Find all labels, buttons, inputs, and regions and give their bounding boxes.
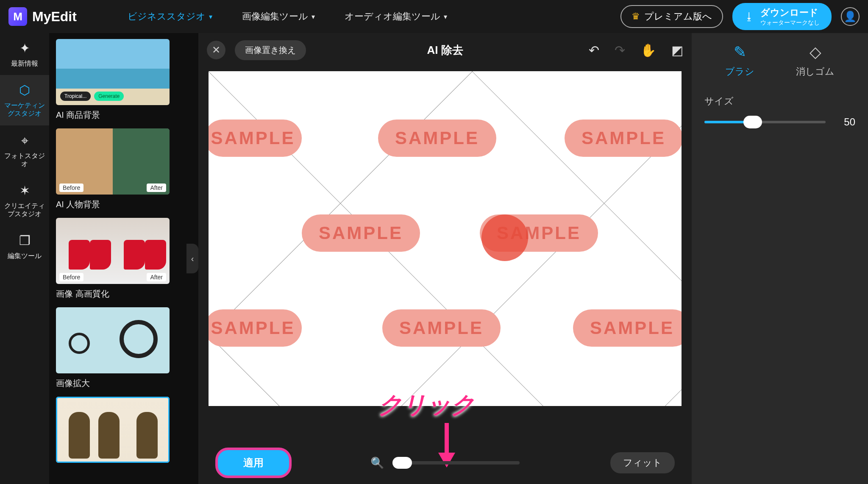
logo-mark-icon: M [8,7,27,26]
close-icon: ✕ [212,44,220,56]
chevron-down-icon: ▾ [444,13,447,21]
before-tag: Before [59,184,83,192]
brush-mode[interactable]: ✎ ブラシ [725,43,754,78]
left-rail: ✦ 最新情報 ⬡ マーケティングスタジオ ⌖ フォトスタジオ ✶ クリエイティブ… [0,33,49,484]
crown-icon: ♛ [632,11,640,22]
thumb-image: Before After [56,218,170,284]
download-main-label: ダウンロード [760,6,820,19]
thumb-image: Before After [56,128,170,195]
rail-photo-label: フォトスタジオ [3,152,47,168]
focus-icon: ⌖ [21,133,28,148]
tool-mode-row: ✎ ブラシ ◇ 消しゴム [704,43,855,78]
search-icon[interactable]: 🔍 [370,456,384,470]
nav-image-tools[interactable]: 画像編集ツール ▾ [242,10,315,23]
rail-edit-label: 編集ツール [8,252,42,260]
tool-thumbnail-panel: Tropical... Generate AI 商品背景 Before Afte… [49,33,186,484]
redo-button[interactable]: ↷ [615,43,625,58]
close-button[interactable]: ✕ [207,41,225,59]
rail-creative-label: クリエイティブスタジオ [3,202,47,218]
download-icon: ⭳ [744,11,754,22]
user-avatar[interactable]: 👤 [841,7,860,26]
canvas-toolbar: ✕ 画像置き換え AI 除去 ↶ ↷ ✋ ◩ [198,33,692,67]
brush-label: ブラシ [725,65,754,78]
brush-stroke: SAMPLE [209,120,302,157]
undo-button[interactable]: ↶ [589,43,599,58]
canvas-title: AI 除去 [427,43,463,58]
premium-button[interactable]: ♛ プレミアム版へ [620,5,723,28]
rail-news-label: 最新情報 [11,59,38,67]
apply-button[interactable]: 適用 [215,448,292,478]
size-slider-thumb[interactable] [743,116,762,128]
brush-cursor [481,214,528,261]
thumb-label: AI 商品背景 [56,109,180,121]
thumb-label: AI 人物背景 [56,199,180,210]
before-tag: Before [59,273,83,281]
badge-generate: Generate [94,92,124,101]
tool-ai-product-bg[interactable]: Tropical... Generate AI 商品背景 [56,39,180,121]
header-right: ♛ プレミアム版へ ⭳ ダウンロード ウォーターマークなし 👤 [620,3,860,30]
after-tag: After [147,184,166,192]
download-button[interactable]: ⭳ ダウンロード ウォーターマークなし [732,3,832,30]
tool-ai-remove-selected[interactable] [56,397,180,463]
download-sub-label: ウォーターマークなし [760,19,820,27]
badge-tropical: Tropical... [60,92,91,101]
tool-image-expand[interactable]: 画像拡大 [56,307,180,389]
header: M MyEdit ビジネススタジオ ▾ 画像編集ツール ▾ オーディオ編集ツール… [0,0,868,33]
zoom-slider[interactable] [392,461,520,465]
tool-ai-person-bg[interactable]: Before After AI 人物背景 [56,128,180,210]
eraser-mode[interactable]: ◇ 消しゴム [796,43,835,78]
tool-image-upscale[interactable]: Before After 画像 高画質化 [56,218,180,300]
size-slider-row: 50 [704,116,855,128]
after-tag: After [147,273,166,281]
logo[interactable]: M MyEdit [8,7,77,26]
brush-stroke: SAMPLE [302,214,420,252]
star-icon: ✶ [19,183,30,198]
thumb-label: 画像 高画質化 [56,288,180,300]
nav-business-studio[interactable]: ビジネススタジオ ▾ [128,10,212,23]
user-icon: 👤 [844,11,857,22]
chevron-down-icon: ▾ [312,13,315,21]
canvas-bottom-bar: 適用 🔍 フィット [198,442,692,484]
chevron-down-icon: ▾ [209,13,212,21]
rail-edit-tools[interactable]: ❐ 編集ツール [0,225,49,267]
rail-news[interactable]: ✦ 最新情報 [0,33,49,75]
download-text: ダウンロード ウォーターマークなし [760,6,820,27]
image-replace-chip[interactable]: 画像置き換え [235,40,306,60]
rail-creative-studio[interactable]: ✶ クリエイティブスタジオ [0,175,49,225]
size-slider[interactable] [704,121,826,123]
sparkle-icon: ✦ [19,41,30,56]
zoom-controls: 🔍 [370,456,520,470]
nav-audio-tools[interactable]: オーディオ編集ツール ▾ [345,10,447,23]
thumb-image: Tropical... Generate [56,39,170,105]
top-nav: ビジネススタジオ ▾ 画像編集ツール ▾ オーディオ編集ツール ▾ [128,10,447,23]
compare-button[interactable]: ◩ [671,43,683,58]
collapse-panel-handle[interactable]: ‹ [186,33,198,484]
thumb-image [56,307,170,373]
brush-stroke: SAMPLE [382,309,501,347]
hand-tool-button[interactable]: ✋ [640,43,656,58]
chevron-left-icon: ‹ [191,254,194,264]
nav-audio-label: オーディオ編集ツール [345,10,440,23]
eraser-label: 消しゴム [796,65,835,78]
brush-stroke: SAMPLE [565,120,682,157]
brush-stroke: SAMPLE [209,309,302,347]
layers-icon: ❐ [19,233,31,248]
eraser-icon: ◇ [810,43,821,61]
nav-image-label: 画像編集ツール [242,10,308,23]
brush-icon: ✎ [734,43,746,61]
rail-marketing-studio[interactable]: ⬡ マーケティングスタジオ [0,75,49,125]
rail-photo-studio[interactable]: ⌖ フォトスタジオ [0,125,49,175]
thumb-image [56,397,170,463]
fit-button[interactable]: フィット [610,452,675,473]
premium-label: プレミアム版へ [644,10,712,23]
canvas[interactable]: SAMPLE SAMPLE SAMPLE SAMPLE SAMPLE SAMPL… [209,71,682,406]
logo-text: MyEdit [32,9,77,25]
size-label: サイズ [704,95,855,108]
rail-marketing-label: マーケティングスタジオ [3,101,47,117]
canvas-area: ✕ 画像置き換え AI 除去 ↶ ↷ ✋ ◩ [198,33,692,484]
canvas-viewport[interactable]: SAMPLE SAMPLE SAMPLE SAMPLE SAMPLE SAMPL… [198,67,692,442]
cube-icon: ⬡ [19,83,30,98]
right-panel: ✎ ブラシ ◇ 消しゴム サイズ 50 [692,33,868,484]
zoom-slider-thumb[interactable] [392,457,412,469]
size-value: 50 [838,116,855,128]
